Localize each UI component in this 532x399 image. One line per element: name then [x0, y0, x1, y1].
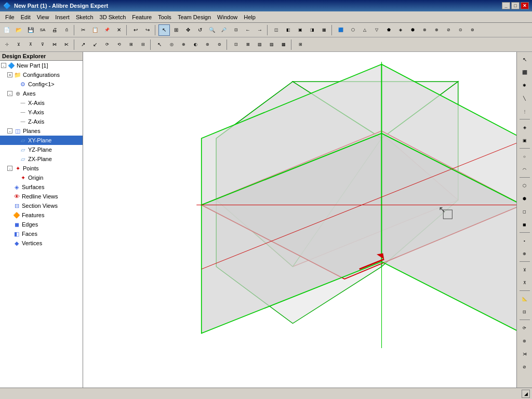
t2-2[interactable]: ⊻	[13, 39, 24, 50]
render-12[interactable]: ⊚	[467, 24, 478, 36]
tree-item-configurations[interactable]: + 📁 Configurations	[0, 70, 83, 79]
print2-button[interactable]: ⎙	[61, 24, 72, 36]
rp-3d1[interactable]: ◈	[518, 121, 531, 134]
move-button[interactable]: ✥	[182, 24, 194, 36]
render-11[interactable]: ⊙	[455, 24, 466, 36]
tree-item-xaxis[interactable]: — X-Axis	[0, 98, 83, 108]
render-7[interactable]: ⬢	[407, 24, 418, 36]
new-button[interactable]: 📄	[1, 24, 12, 36]
zoom-in-button[interactable]: 🔍	[206, 24, 218, 36]
toggle-configurations[interactable]: +	[7, 72, 12, 77]
render-1[interactable]: 🟦	[335, 24, 347, 36]
rp-feature2[interactable]: ⬢	[518, 192, 531, 205]
tree-item-origin[interactable]: ✦ Origin	[0, 173, 83, 182]
rp-ext2[interactable]: ⊼	[518, 276, 531, 289]
t2-6[interactable]: ⋉	[61, 39, 72, 50]
rotate-button[interactable]: ↺	[194, 24, 206, 36]
t2-22[interactable]: ▨	[266, 39, 277, 50]
t2-19[interactable]: ⊡	[230, 39, 242, 50]
t2-9[interactable]: ⟳	[101, 39, 113, 50]
t2-11[interactable]: ⊞	[125, 39, 137, 50]
view3d-3[interactable]: ▣	[295, 24, 306, 36]
save-as-button[interactable]: SA	[37, 24, 48, 36]
t2-21[interactable]: ▧	[254, 39, 265, 50]
t2-3[interactable]: ⊼	[25, 39, 36, 50]
tree-item-xyplane[interactable]: ▱ XY-Plane	[0, 136, 83, 145]
render-2[interactable]: ⬡	[347, 24, 358, 36]
t2-15[interactable]: ⊕	[178, 39, 189, 50]
pan-left-button[interactable]: ←	[242, 24, 254, 36]
render-9[interactable]: ⊕	[431, 24, 442, 36]
select2-button[interactable]: ⊞	[170, 24, 182, 36]
title-bar-controls[interactable]: _ □ ✕	[502, 2, 529, 9]
tree-item-sectionviews[interactable]: ⊟ Section Views	[0, 201, 83, 210]
menu-tools[interactable]: Tools	[155, 13, 175, 21]
redo-button[interactable]: ↪	[142, 24, 153, 36]
rp-view3[interactable]: ╲	[518, 92, 531, 104]
rp-feature3[interactable]: ◻	[518, 205, 531, 218]
tree-item-zxplane[interactable]: ▱ ZX-Plane	[0, 154, 83, 164]
render-10[interactable]: ⊘	[443, 24, 454, 36]
render-4[interactable]: ▽	[371, 24, 382, 36]
rp-3d2[interactable]: ▣	[518, 134, 531, 147]
rp-meas[interactable]: 📐	[518, 292, 531, 305]
tree-item-yzplane[interactable]: ▱ YZ-Plane	[0, 145, 83, 154]
render-8[interactable]: ⊗	[419, 24, 430, 36]
save-button[interactable]: 💾	[25, 24, 36, 36]
minimize-button[interactable]: _	[502, 2, 510, 9]
cut-button[interactable]: ✂	[77, 24, 89, 36]
rp-ext1[interactable]: ⊻	[518, 263, 531, 276]
rp-arc[interactable]: ◠	[518, 163, 531, 176]
menu-view[interactable]: View	[34, 13, 52, 21]
t2-5[interactable]: ⋈	[49, 39, 60, 50]
menu-teamdesign[interactable]: Team Design	[175, 13, 214, 21]
t2-23[interactable]: ▩	[278, 39, 289, 50]
tree-item-config1[interactable]: ⚙ Config<1>	[0, 79, 83, 89]
undo-button[interactable]: ↩	[130, 24, 141, 36]
open-button[interactable]: 📂	[13, 24, 24, 36]
tree-item-redlineviews[interactable]: 👁 Redline Views	[0, 192, 83, 201]
rp-view2[interactable]: ✱	[518, 79, 531, 91]
rp-pt1[interactable]: •	[518, 234, 531, 247]
render-6[interactable]: ◈	[395, 24, 406, 36]
delete-button[interactable]: ✕	[113, 24, 125, 36]
restore-button[interactable]: □	[511, 2, 520, 9]
t2-12[interactable]: ⊟	[137, 39, 149, 50]
print-button[interactable]: 🖨	[49, 24, 60, 36]
t2-14[interactable]: ◎	[166, 39, 177, 50]
menu-sketch[interactable]: Sketch	[73, 13, 97, 21]
rp-misc2[interactable]: ⊛	[518, 335, 531, 347]
menu-insert[interactable]: Insert	[52, 13, 73, 21]
t2-7[interactable]: ↗	[77, 39, 89, 50]
toggle-planes[interactable]: -	[7, 128, 12, 134]
menu-window[interactable]: Window	[214, 13, 241, 21]
view3d-4[interactable]: ◨	[307, 24, 318, 36]
t2-13[interactable]: ↖	[154, 39, 165, 50]
menu-edit[interactable]: Edit	[18, 13, 34, 21]
t2-17[interactable]: ⊛	[202, 39, 213, 50]
toggle-axes[interactable]: -	[7, 91, 12, 96]
rp-feature4[interactable]: ◼	[518, 218, 531, 231]
t2-10[interactable]: ⟲	[113, 39, 125, 50]
t2-24[interactable]: ⊞	[295, 39, 306, 50]
canvas-area[interactable]: ↖ ↖ ⬛ ✱ ╲ ⋮ ◈ ▣ ○ ◠ ⬡ ⬢ ◻ ◼ • ⊕ ⊻ ⊼	[83, 52, 532, 388]
tree-item-newpart[interactable]: - 🔷 New Part [1]	[0, 61, 83, 70]
rp-select[interactable]: ↖	[518, 53, 531, 65]
t2-18[interactable]: ⊜	[214, 39, 225, 50]
paste-button[interactable]: 📌	[101, 24, 113, 36]
rp-pt2[interactable]: ⊕	[518, 247, 531, 260]
t2-8[interactable]: ↙	[89, 39, 101, 50]
copy-button[interactable]: 📋	[89, 24, 101, 36]
resize-handle[interactable]: ◢	[522, 390, 530, 398]
render-5[interactable]: ⬟	[383, 24, 394, 36]
rp-misc4[interactable]: ⊘	[518, 361, 531, 373]
t2-4[interactable]: ⊽	[37, 39, 48, 50]
menu-help[interactable]: Help	[241, 13, 259, 21]
view3d-1[interactable]: ◫	[271, 24, 282, 36]
rp-circle[interactable]: ○	[518, 150, 531, 163]
close-button[interactable]: ✕	[521, 2, 529, 9]
zoom-out-button[interactable]: 🔎	[218, 24, 230, 36]
rp-meas2[interactable]: ⊡	[518, 305, 531, 318]
rp-view1[interactable]: ⬛	[518, 66, 531, 78]
tree-item-yaxis[interactable]: — Y-Axis	[0, 108, 83, 117]
